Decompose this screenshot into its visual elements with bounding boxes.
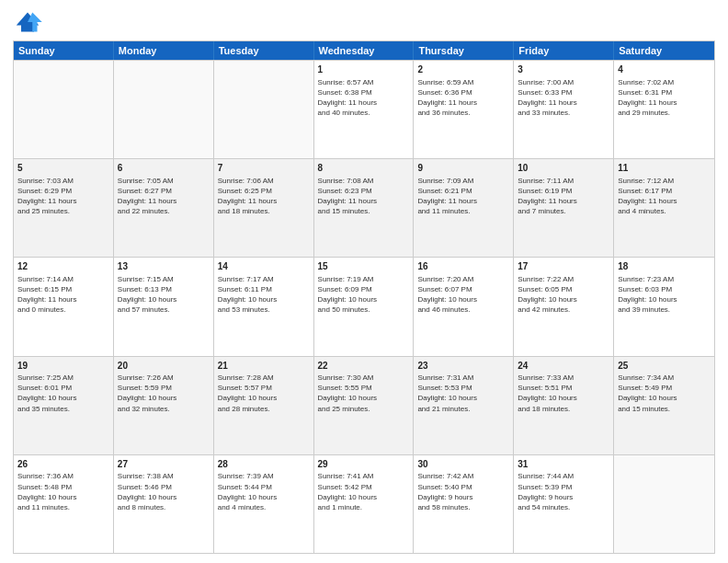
day-info: Sunrise: 7:12 AM Sunset: 6:17 PM Dayligh…	[618, 176, 711, 217]
day-number: 3	[518, 63, 609, 76]
day-info: Sunrise: 7:42 AM Sunset: 5:40 PM Dayligh…	[417, 471, 509, 512]
calendar-cell-2-3: 15Sunrise: 7:19 AM Sunset: 6:09 PM Dayli…	[314, 258, 415, 355]
logo-icon	[13, 9, 42, 35]
day-number: 30	[417, 458, 509, 471]
calendar-cell-4-4: 30Sunrise: 7:42 AM Sunset: 5:40 PM Dayli…	[414, 455, 514, 553]
day-info: Sunrise: 6:59 AM Sunset: 6:36 PM Dayligh…	[417, 77, 509, 119]
day-number: 7	[218, 162, 310, 175]
day-info: Sunrise: 7:39 AM Sunset: 5:44 PM Dayligh…	[218, 471, 310, 512]
calendar-cell-2-5: 17Sunrise: 7:22 AM Sunset: 6:05 PM Dayli…	[514, 258, 614, 355]
calendar-cell-2-6: 18Sunrise: 7:23 AM Sunset: 6:03 PM Dayli…	[614, 258, 714, 355]
day-number: 16	[417, 260, 509, 273]
calendar-cell-2-2: 14Sunrise: 7:17 AM Sunset: 6:11 PM Dayli…	[214, 258, 314, 355]
calendar-cell-4-0: 26Sunrise: 7:36 AM Sunset: 5:48 PM Dayli…	[14, 455, 114, 553]
day-info: Sunrise: 7:20 AM Sunset: 6:07 PM Dayligh…	[417, 274, 509, 316]
day-info: Sunrise: 7:06 AM Sunset: 6:25 PM Dayligh…	[218, 176, 310, 217]
day-number: 20	[118, 360, 210, 373]
day-number: 26	[17, 458, 109, 471]
day-info: Sunrise: 7:33 AM Sunset: 5:51 PM Dayligh…	[518, 373, 609, 414]
day-info: Sunrise: 7:44 AM Sunset: 5:39 PM Dayligh…	[518, 471, 609, 512]
day-info: Sunrise: 7:28 AM Sunset: 5:57 PM Dayligh…	[218, 373, 310, 414]
day-number: 14	[218, 260, 310, 273]
day-info: Sunrise: 7:30 AM Sunset: 5:55 PM Dayligh…	[318, 373, 410, 414]
day-info: Sunrise: 7:34 AM Sunset: 5:49 PM Dayligh…	[618, 373, 711, 414]
calendar-row-1: 5Sunrise: 7:03 AM Sunset: 6:29 PM Daylig…	[14, 158, 714, 257]
day-info: Sunrise: 7:41 AM Sunset: 5:42 PM Dayligh…	[318, 471, 410, 512]
calendar-cell-1-2: 7Sunrise: 7:06 AM Sunset: 6:25 PM Daylig…	[214, 159, 314, 257]
calendar-cell-3-4: 23Sunrise: 7:31 AM Sunset: 5:53 PM Dayli…	[414, 357, 514, 454]
logo	[13, 9, 46, 35]
day-number: 11	[618, 162, 711, 175]
day-info: Sunrise: 6:57 AM Sunset: 6:38 PM Dayligh…	[318, 77, 410, 119]
page: SundayMondayTuesdayWednesdayThursdayFrid…	[0, 0, 728, 563]
day-info: Sunrise: 7:14 AM Sunset: 6:15 PM Dayligh…	[17, 274, 109, 316]
calendar-header: SundayMondayTuesdayWednesdayThursdayFrid…	[14, 41, 714, 60]
weekday-header-tuesday: Tuesday	[214, 41, 314, 60]
calendar-cell-3-6: 25Sunrise: 7:34 AM Sunset: 5:49 PM Dayli…	[614, 357, 714, 454]
calendar-row-2: 12Sunrise: 7:14 AM Sunset: 6:15 PM Dayli…	[14, 257, 714, 355]
weekday-header-friday: Friday	[514, 41, 614, 60]
weekday-header-wednesday: Wednesday	[314, 41, 415, 60]
calendar-cell-0-3: 1Sunrise: 6:57 AM Sunset: 6:38 PM Daylig…	[314, 61, 415, 158]
day-number: 15	[318, 260, 410, 273]
day-info: Sunrise: 7:23 AM Sunset: 6:03 PM Dayligh…	[618, 274, 711, 316]
day-number: 10	[518, 162, 609, 175]
calendar-cell-3-2: 21Sunrise: 7:28 AM Sunset: 5:57 PM Dayli…	[214, 357, 314, 454]
day-info: Sunrise: 7:00 AM Sunset: 6:33 PM Dayligh…	[518, 77, 609, 119]
day-number: 31	[518, 458, 609, 471]
calendar-cell-0-1	[114, 61, 214, 158]
calendar-cell-0-0	[14, 61, 114, 158]
day-info: Sunrise: 7:08 AM Sunset: 6:23 PM Dayligh…	[318, 176, 410, 217]
calendar-cell-2-1: 13Sunrise: 7:15 AM Sunset: 6:13 PM Dayli…	[114, 258, 214, 355]
calendar-cell-3-1: 20Sunrise: 7:26 AM Sunset: 5:59 PM Dayli…	[114, 357, 214, 454]
day-number: 25	[618, 360, 711, 373]
day-number: 24	[518, 360, 609, 373]
weekday-header-sunday: Sunday	[14, 41, 114, 60]
day-info: Sunrise: 7:36 AM Sunset: 5:48 PM Dayligh…	[17, 471, 109, 512]
calendar: SundayMondayTuesdayWednesdayThursdayFrid…	[13, 40, 715, 554]
day-info: Sunrise: 7:03 AM Sunset: 6:29 PM Dayligh…	[17, 176, 109, 217]
weekday-header-monday: Monday	[114, 41, 214, 60]
day-number: 6	[118, 162, 210, 175]
day-number: 19	[17, 360, 109, 373]
calendar-cell-1-6: 11Sunrise: 7:12 AM Sunset: 6:17 PM Dayli…	[614, 159, 714, 257]
day-number: 17	[518, 260, 609, 273]
calendar-cell-3-0: 19Sunrise: 7:25 AM Sunset: 6:01 PM Dayli…	[14, 357, 114, 454]
calendar-cell-1-4: 9Sunrise: 7:09 AM Sunset: 6:21 PM Daylig…	[414, 159, 514, 257]
calendar-cell-1-3: 8Sunrise: 7:08 AM Sunset: 6:23 PM Daylig…	[314, 159, 415, 257]
day-info: Sunrise: 7:15 AM Sunset: 6:13 PM Dayligh…	[118, 274, 210, 316]
day-info: Sunrise: 7:25 AM Sunset: 6:01 PM Dayligh…	[17, 373, 109, 414]
day-number: 12	[17, 260, 109, 273]
day-info: Sunrise: 7:09 AM Sunset: 6:21 PM Dayligh…	[417, 176, 509, 217]
calendar-cell-1-1: 6Sunrise: 7:05 AM Sunset: 6:27 PM Daylig…	[114, 159, 214, 257]
calendar-cell-4-1: 27Sunrise: 7:38 AM Sunset: 5:46 PM Dayli…	[114, 455, 214, 553]
calendar-cell-0-2	[214, 61, 314, 158]
calendar-cell-2-0: 12Sunrise: 7:14 AM Sunset: 6:15 PM Dayli…	[14, 258, 114, 355]
calendar-cell-0-4: 2Sunrise: 6:59 AM Sunset: 6:36 PM Daylig…	[414, 61, 514, 158]
header	[13, 9, 715, 35]
calendar-cell-3-3: 22Sunrise: 7:30 AM Sunset: 5:55 PM Dayli…	[314, 357, 415, 454]
calendar-row-3: 19Sunrise: 7:25 AM Sunset: 6:01 PM Dayli…	[14, 356, 714, 454]
day-number: 8	[318, 162, 410, 175]
calendar-cell-1-5: 10Sunrise: 7:11 AM Sunset: 6:19 PM Dayli…	[514, 159, 614, 257]
day-number: 9	[417, 162, 509, 175]
calendar-cell-4-3: 29Sunrise: 7:41 AM Sunset: 5:42 PM Dayli…	[314, 455, 415, 553]
day-info: Sunrise: 7:22 AM Sunset: 6:05 PM Dayligh…	[518, 274, 609, 316]
day-number: 13	[118, 260, 210, 273]
calendar-cell-0-6: 4Sunrise: 7:02 AM Sunset: 6:31 PM Daylig…	[614, 61, 714, 158]
day-info: Sunrise: 7:02 AM Sunset: 6:31 PM Dayligh…	[618, 77, 711, 119]
day-info: Sunrise: 7:26 AM Sunset: 5:59 PM Dayligh…	[118, 373, 210, 414]
calendar-cell-4-5: 31Sunrise: 7:44 AM Sunset: 5:39 PM Dayli…	[514, 455, 614, 553]
day-number: 1	[318, 63, 410, 76]
day-number: 27	[118, 458, 210, 471]
calendar-body: 1Sunrise: 6:57 AM Sunset: 6:38 PM Daylig…	[14, 60, 714, 553]
day-number: 4	[618, 63, 711, 76]
calendar-cell-1-0: 5Sunrise: 7:03 AM Sunset: 6:29 PM Daylig…	[14, 159, 114, 257]
day-info: Sunrise: 7:11 AM Sunset: 6:19 PM Dayligh…	[518, 176, 609, 217]
day-number: 2	[417, 63, 509, 76]
day-number: 21	[218, 360, 310, 373]
day-info: Sunrise: 7:05 AM Sunset: 6:27 PM Dayligh…	[118, 176, 210, 217]
day-number: 18	[618, 260, 711, 273]
calendar-cell-3-5: 24Sunrise: 7:33 AM Sunset: 5:51 PM Dayli…	[514, 357, 614, 454]
day-number: 5	[17, 162, 109, 175]
